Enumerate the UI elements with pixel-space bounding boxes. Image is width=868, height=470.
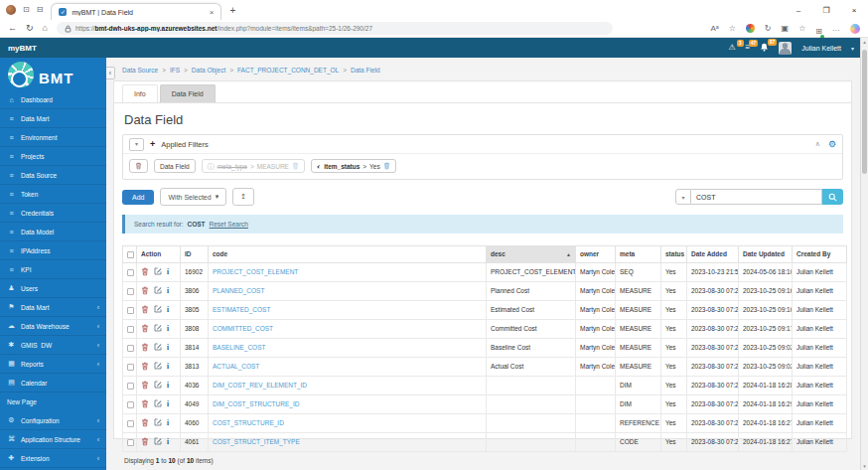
- sidebar-item-data-model[interactable]: ≡Data Model: [0, 223, 106, 241]
- delete-icon[interactable]: [141, 305, 149, 315]
- window-minimize-button[interactable]: –: [785, 6, 812, 15]
- sidebar-item-environment[interactable]: ≡Environment: [0, 128, 106, 147]
- col-meta[interactable]: meta: [616, 246, 661, 263]
- edit-icon[interactable]: [154, 324, 162, 333]
- sidebar-item-application-structure[interactable]: ⌘Application Structure‹: [0, 430, 106, 449]
- info-icon[interactable]: i: [167, 437, 169, 446]
- sidebar-collapse-button[interactable]: ‹: [106, 67, 115, 79]
- tab-info[interactable]: Info: [122, 84, 158, 102]
- search-field-selector[interactable]: ▾: [675, 189, 691, 205]
- filter-chip-item-status[interactable]: ◐ item_status > Yes: [311, 159, 396, 173]
- code-link[interactable]: COST_STRUCT_ITEM_TYPE: [213, 438, 300, 445]
- sidebar-item-data-mart[interactable]: ⚑Data Mart‹: [0, 298, 106, 317]
- col-desc[interactable]: ▲desc: [487, 246, 576, 263]
- row-checkbox[interactable]: [127, 288, 134, 295]
- sidebar-item-data-mart[interactable]: ≡Data Mart: [0, 109, 106, 128]
- row-checkbox[interactable]: [127, 439, 134, 446]
- info-icon[interactable]: i: [167, 418, 169, 427]
- edit-icon[interactable]: [154, 418, 162, 427]
- col-status[interactable]: status: [661, 246, 687, 263]
- edit-icon[interactable]: [154, 437, 162, 446]
- sync-icon[interactable]: ↻: [765, 25, 772, 33]
- code-link[interactable]: COMMITTED_COST: [213, 325, 273, 332]
- code-link[interactable]: ESTIMATED_COST: [213, 306, 270, 313]
- edit-icon[interactable]: [154, 267, 162, 276]
- row-checkbox[interactable]: [127, 420, 134, 427]
- sidebar-item-users[interactable]: ♟Users: [0, 279, 106, 298]
- scrollbar-up-icon[interactable]: ▴: [861, 39, 868, 45]
- more-menu-icon[interactable]: …: [832, 25, 840, 33]
- tab-close-icon[interactable]: ×: [210, 8, 215, 17]
- row-checkbox[interactable]: [127, 269, 134, 276]
- row-checkbox[interactable]: [127, 364, 134, 371]
- extension-color-icon[interactable]: [746, 24, 755, 33]
- search-button[interactable]: [822, 189, 843, 205]
- chevron-up-icon[interactable]: ∧: [815, 140, 820, 148]
- sidebar-item-configuration[interactable]: ⚙Configuration‹: [0, 411, 106, 430]
- tab-actions-icon[interactable]: ⊡: [23, 6, 30, 14]
- user-avatar[interactable]: [779, 42, 792, 55]
- trash-icon[interactable]: [292, 162, 299, 170]
- scrollbar-thumb[interactable]: [862, 50, 867, 174]
- copilot-icon[interactable]: [850, 24, 860, 34]
- code-link[interactable]: ACTUAL_COST: [213, 363, 259, 370]
- edit-icon[interactable]: [154, 399, 162, 408]
- sidebar-item-dashboard[interactable]: ⌂Dashboard: [0, 90, 106, 109]
- filters-collapse-button[interactable]: ▾: [129, 138, 144, 151]
- sidebar-item-gmis-dw[interactable]: ✱GMIS_DW‹: [0, 336, 106, 355]
- info-icon[interactable]: i: [167, 286, 169, 295]
- new-tab-button[interactable]: +: [229, 5, 235, 16]
- refresh-icon[interactable]: ↻: [26, 24, 34, 33]
- search-input[interactable]: [691, 189, 822, 205]
- filter-chip-meta-type[interactable]: ⓘ meta_type > MEASURE: [202, 159, 305, 173]
- info-icon[interactable]: i: [167, 324, 169, 333]
- favorite-star-icon[interactable]: ☆: [729, 25, 736, 33]
- edit-icon[interactable]: [154, 286, 162, 295]
- col-date-updated[interactable]: Date Updated: [739, 246, 793, 263]
- code-link[interactable]: BASELINE_COST: [213, 344, 265, 351]
- code-link[interactable]: DIM_COST_REV_ELEMENT_ID: [213, 382, 307, 389]
- sidebar-item-data-warehouse[interactable]: ☁Data Warehouse‹: [0, 317, 106, 336]
- code-link[interactable]: DIM_COST_STRUCTURE_ID: [213, 400, 299, 407]
- favorites-icon[interactable]: ☆: [798, 25, 805, 33]
- col-date-added[interactable]: Date Added: [687, 246, 739, 263]
- edit-icon[interactable]: [154, 343, 162, 352]
- info-icon[interactable]: i: [167, 267, 169, 276]
- notifications-bell-icon[interactable]: 87: [760, 43, 769, 54]
- delete-icon[interactable]: [141, 437, 149, 447]
- row-checkbox[interactable]: [127, 307, 134, 314]
- tasks-menu-icon[interactable]: ≡47: [746, 44, 751, 52]
- select-all-checkbox[interactable]: [127, 251, 134, 258]
- window-close-button[interactable]: ×: [840, 6, 868, 15]
- sidebar-item-calendar[interactable]: ▤Calendar: [0, 374, 106, 392]
- vertical-tabs-icon[interactable]: ⊟: [37, 6, 44, 14]
- scrollbar-down-icon[interactable]: ▾: [861, 463, 868, 469]
- breadcrumb-link[interactable]: Data Object: [192, 67, 225, 74]
- tab-data-field[interactable]: Data Field: [160, 84, 216, 102]
- reset-search-link[interactable]: Reset Search: [210, 221, 248, 228]
- breadcrumb-link[interactable]: Data Field: [351, 67, 380, 74]
- sidebar-item-reports[interactable]: ▦Reports‹: [0, 355, 106, 374]
- trash-icon[interactable]: [383, 162, 390, 170]
- row-checkbox[interactable]: [127, 401, 134, 408]
- breadcrumb-link[interactable]: FACT_PROJECT_CONN_DET_OL: [237, 67, 339, 74]
- sidebar-item-token[interactable]: ≡Token: [0, 185, 106, 204]
- row-checkbox[interactable]: [127, 383, 134, 390]
- warning-icon[interactable]: ⚠3: [728, 44, 735, 52]
- info-icon[interactable]: i: [167, 381, 169, 390]
- sidebar-item-extension[interactable]: ✚Extension‹: [0, 449, 106, 468]
- breadcrumb-link[interactable]: IFS: [170, 67, 180, 74]
- delete-icon[interactable]: [141, 362, 149, 372]
- col-code[interactable]: code: [209, 246, 487, 263]
- with-selected-button[interactable]: With Selected▾: [160, 188, 226, 206]
- browser-profile-avatar[interactable]: [6, 5, 16, 15]
- info-icon[interactable]: i: [167, 399, 169, 408]
- address-bar[interactable]: https://bmt-dwh-uks-app-my.azurewebsites…: [57, 22, 613, 35]
- col-created-by[interactable]: Created By: [793, 246, 847, 263]
- breadcrumb-link[interactable]: Data Source: [122, 67, 158, 74]
- read-aloud-icon[interactable]: Aᵃ: [710, 25, 718, 33]
- sidebar-item-ipaddress[interactable]: ≡IPAddress: [0, 241, 106, 260]
- delete-icon[interactable]: [141, 324, 149, 334]
- info-icon[interactable]: i: [167, 362, 169, 371]
- edit-icon[interactable]: [154, 362, 162, 371]
